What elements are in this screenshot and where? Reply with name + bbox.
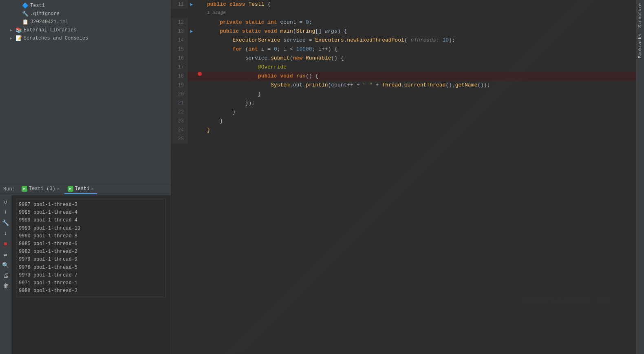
settings-button[interactable]: 🔧: [1, 218, 10, 227]
line-code: }: [204, 117, 223, 126]
code-editor[interactable]: 11 ▶ public class Test1 { 1 usage 12: [171, 0, 644, 354]
line-number: 19: [171, 81, 187, 90]
structure-tab[interactable]: Structure: [636, 0, 644, 31]
code-line-15: 15 for (int i = 0; i < 10000; i++) {: [171, 45, 644, 54]
line-code: public static void main(String[] args) {: [204, 27, 347, 36]
console-line: 9993 pool-1-thread-10: [19, 225, 163, 232]
line-code: }: [204, 90, 261, 99]
console-line: 9979 pool-1-thread-9: [19, 256, 163, 263]
sidebar-item-test1[interactable]: 🔷 Test1: [0, 2, 171, 10]
code-line-11: 11 ▶ public class Test1 {: [171, 0, 644, 9]
console-line: 9995 pool-1-thread-4: [19, 209, 163, 217]
code-lines: 11 ▶ public class Test1 { 1 usage 12: [171, 0, 644, 144]
editor-area: 11 ▶ public class Test1 { 1 usage 12: [171, 0, 644, 354]
code-line-20: 20 }: [171, 90, 644, 99]
line-code: ExecutorService service = Executors.newF…: [204, 36, 455, 45]
editor-content: 11 ▶ public class Test1 { 1 usage 12: [171, 0, 644, 354]
run-tab-test1-3[interactable]: ▶ Test1 (3) ✕: [18, 184, 63, 194]
tree-arrow: ▶: [10, 28, 15, 33]
console-line: 9997 pool-1-thread-3: [19, 201, 163, 209]
filter-button[interactable]: 🔍: [1, 261, 10, 270]
delete-button[interactable]: 🗑: [1, 282, 10, 291]
tree-item-label: J20240421.iml: [30, 19, 68, 25]
line-gutter-arrow: ▶: [187, 27, 196, 36]
line-bp-dot: [196, 72, 204, 76]
line-number: 15: [171, 45, 187, 54]
code-line-21: 21 });: [171, 99, 644, 108]
sidebar: 🔷 Test1 🔧 .gitignore 📋 J20240421.iml ▶ 📚…: [0, 0, 171, 354]
library-icon: 📚: [15, 27, 22, 33]
code-line-24: 24 }: [171, 126, 644, 135]
file-icon: 🔷: [22, 2, 29, 9]
stop-button[interactable]: ■: [1, 239, 10, 248]
line-number: 20: [171, 90, 187, 99]
tree-arrow: ▶: [10, 36, 15, 41]
console-line: 9999 pool-1-thread-4: [19, 217, 163, 224]
code-line-12: 12 private static int count = 0;: [171, 18, 644, 27]
line-number: 18: [171, 72, 187, 81]
close-tab-button[interactable]: ✕: [57, 186, 60, 191]
scroll-up-button[interactable]: ↑: [1, 208, 10, 217]
line-gutter-arrow: ▶: [187, 0, 196, 9]
print-button[interactable]: 🖨: [1, 271, 10, 280]
tree-item-label: .gitignore: [30, 11, 60, 17]
console-line: 9971 pool-1-thread-1: [19, 279, 163, 287]
run-tab-label: Test1: [75, 186, 90, 192]
scratches-icon: 📝: [15, 35, 22, 42]
code-line-16: 16 service.submit(new Runnable() {: [171, 54, 644, 63]
run-label: Run:: [3, 186, 15, 192]
code-line-18: 18 public void run() {: [171, 72, 644, 81]
line-code: service.submit(new Runnable() {: [204, 54, 344, 63]
run-tab-icon: ▶: [22, 186, 27, 192]
code-line-22: 22 }: [171, 108, 644, 117]
tree-item-label: Test1: [30, 3, 45, 9]
scroll-down-button[interactable]: ↓: [1, 229, 10, 238]
line-number: 22: [171, 108, 187, 117]
code-line-17: 17 @Override: [171, 63, 644, 72]
line-number: 13: [171, 27, 187, 36]
code-line-usage: 1 usage: [171, 9, 644, 18]
sidebar-item-scratches[interactable]: ▶ 📝 Scratches and Consoles: [0, 34, 171, 42]
project-tree: 🔷 Test1 🔧 .gitignore 📋 J20240421.iml ▶ 📚…: [0, 0, 171, 183]
sidebar-item-external-libraries[interactable]: ▶ 📚 External Libraries: [0, 26, 171, 34]
line-code: }: [204, 108, 236, 117]
line-number: 11: [171, 0, 187, 9]
line-code: System.out.println(count++ + " " + Threa…: [204, 81, 490, 90]
line-code: });: [204, 99, 255, 108]
console-output: 9997 pool-1-thread-3 9995 pool-1-thread-…: [11, 195, 171, 354]
run-toolbar: ↺ ↑ 🔧 ↓ ■ ⇌ 🔍 🖨 🗑: [0, 195, 11, 354]
wrap-button[interactable]: ⇌: [1, 250, 10, 259]
tree-item-label: External Libraries: [24, 27, 77, 33]
rerun-button[interactable]: ↺: [1, 197, 10, 206]
iml-icon: 📋: [22, 19, 29, 25]
run-tabs: Run: ▶ Test1 (3) ✕ ▶ Test1 ✕: [0, 183, 171, 195]
console-line: 9985 pool-1-thread-6: [19, 240, 163, 248]
sidebar-item-gitignore[interactable]: 🔧 .gitignore: [0, 10, 171, 18]
line-number: 23: [171, 117, 187, 126]
usage-hint: 1 usage: [204, 9, 226, 16]
gitignore-icon: 🔧: [22, 11, 29, 17]
line-code: public class Test1 {: [204, 0, 271, 9]
run-tab-test1[interactable]: ▶ Test1 ✕: [64, 184, 97, 194]
bookmarks-tab[interactable]: Bookmarks: [636, 31, 644, 61]
code-line-23: 23 }: [171, 117, 644, 126]
line-code: private static int count = 0;: [204, 18, 312, 27]
sidebar-item-iml[interactable]: 📋 J20240421.iml: [0, 18, 171, 26]
run-panel: Run: ▶ Test1 (3) ✕ ▶ Test1 ✕ ↺ ↑ 🔧 ↓ ■ ⇌…: [0, 183, 171, 354]
run-content: ↺ ↑ 🔧 ↓ ■ ⇌ 🔍 🖨 🗑 9997 pool-1-thread-3 9…: [0, 195, 171, 354]
console-line: 9976 pool-1-thread-5: [19, 264, 163, 272]
close-tab-button[interactable]: ✕: [91, 186, 94, 191]
console-line: 9990 pool-1-thread-8: [19, 232, 163, 240]
line-number: 25: [171, 135, 187, 144]
line-code: @Override: [204, 63, 287, 72]
code-line-14: 14 ExecutorService service = Executors.n…: [171, 36, 644, 45]
console-line: 9973 pool-1-thread-7: [19, 272, 163, 279]
line-number: 24: [171, 126, 187, 135]
tree-item-label: Scratches and Consoles: [24, 35, 88, 41]
line-code: }: [204, 126, 210, 135]
console-line: 9982 pool-1-thread-2: [19, 248, 163, 256]
console-box: 9997 pool-1-thread-3 9995 pool-1-thread-…: [16, 199, 166, 297]
line-number: 14: [171, 36, 187, 45]
code-line-13: 13 ▶ public static void main(String[] ar…: [171, 27, 644, 36]
code-line-25: 25: [171, 135, 644, 144]
